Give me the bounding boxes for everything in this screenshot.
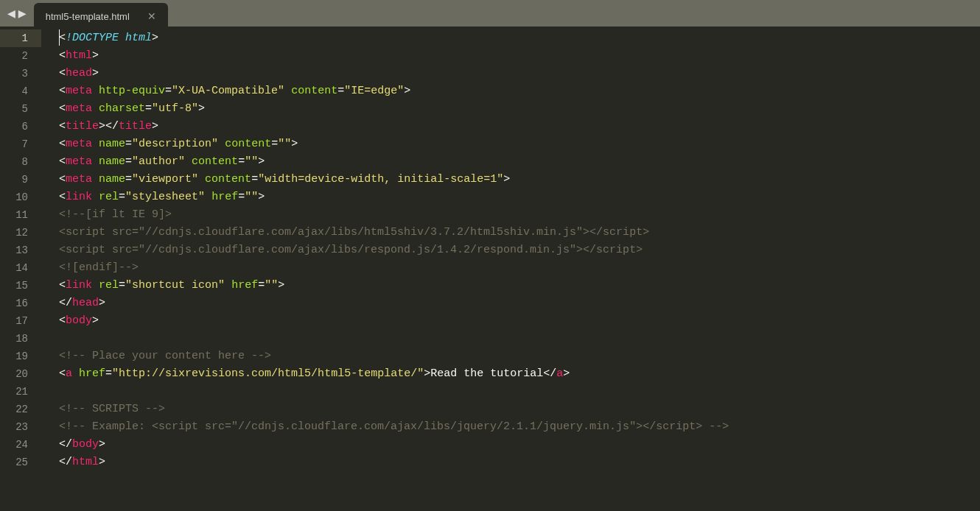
line-number: 3: [0, 65, 41, 82]
code-line: <meta http-equiv="X-UA-Compatible" conte…: [41, 82, 980, 100]
code-area[interactable]: <!DOCTYPE html> <html> <head> <meta http…: [41, 27, 980, 511]
code-line: <!--[if lt IE 9]>: [41, 206, 980, 224]
nav-next-icon[interactable]: ▶: [18, 5, 27, 21]
code-line: <meta charset="utf-8">: [41, 100, 980, 118]
code-line: <link rel="shortcut icon" href="">: [41, 277, 980, 295]
line-number: 11: [0, 206, 41, 224]
line-number: 22: [0, 401, 41, 418]
close-icon[interactable]: ✕: [147, 10, 156, 22]
line-number: 10: [0, 188, 41, 206]
tab-title: html5-template.html: [46, 11, 130, 22]
code-line: <head>: [41, 65, 980, 82]
code-line: <html>: [41, 47, 980, 65]
file-tab[interactable]: html5-template.html ✕: [34, 3, 168, 29]
code-line: <![endif]-->: [41, 259, 980, 277]
code-line: <!-- Example: <script src="//cdnjs.cloud…: [41, 418, 980, 436]
code-editor[interactable]: 1 2 3 4 5 6 7 8 9 10 11 12 13 14 15 16 1…: [0, 27, 980, 511]
code-line: <script src="//cdnjs.cloudflare.com/ajax…: [41, 242, 980, 259]
code-line: <script src="//cdnjs.cloudflare.com/ajax…: [41, 224, 980, 242]
line-number: 21: [0, 383, 41, 401]
line-number-gutter: 1 2 3 4 5 6 7 8 9 10 11 12 13 14 15 16 1…: [0, 27, 41, 511]
tab-nav-arrows: ◀ ▶: [0, 0, 34, 27]
code-line: </head>: [41, 295, 980, 312]
line-number: 6: [0, 118, 41, 135]
line-number: 13: [0, 242, 41, 259]
nav-prev-icon[interactable]: ◀: [7, 5, 15, 21]
line-number: 23: [0, 418, 41, 436]
code-line: <meta name="author" content="">: [41, 153, 980, 171]
line-number: 25: [0, 454, 41, 471]
code-line: <title></title>: [41, 118, 980, 135]
line-number: 24: [0, 436, 41, 454]
text-cursor: [59, 29, 60, 46]
line-number: 18: [0, 330, 41, 348]
line-number: 15: [0, 277, 41, 295]
code-line: <link rel="stylesheet" href="">: [41, 188, 980, 206]
line-number: 14: [0, 259, 41, 277]
line-number: 16: [0, 295, 41, 312]
code-line: [41, 330, 980, 348]
code-line: <body>: [41, 312, 980, 330]
code-line: <meta name="viewport" content="width=dev…: [41, 171, 980, 188]
line-number: 5: [0, 100, 41, 118]
line-number: 2: [0, 47, 41, 65]
line-number: 17: [0, 312, 41, 330]
code-line: <!DOCTYPE html>: [41, 29, 980, 47]
line-number: 12: [0, 224, 41, 242]
line-number: 20: [0, 365, 41, 383]
line-number: 7: [0, 135, 41, 153]
tab-bar: ◀ ▶ html5-template.html ✕: [0, 0, 980, 27]
code-line: <meta name="description" content="">: [41, 135, 980, 153]
line-number: 19: [0, 348, 41, 365]
line-number: 1: [0, 29, 41, 47]
line-number: 9: [0, 171, 41, 188]
code-line: <!-- SCRIPTS -->: [41, 401, 980, 418]
code-line: <!-- Place your content here -->: [41, 348, 980, 365]
code-line: [41, 383, 980, 401]
code-line: <a href="http://sixrevisions.com/html5/h…: [41, 365, 980, 383]
line-number: 8: [0, 153, 41, 171]
line-number: 4: [0, 82, 41, 100]
code-line: </html>: [41, 454, 980, 471]
code-line: </body>: [41, 436, 980, 454]
